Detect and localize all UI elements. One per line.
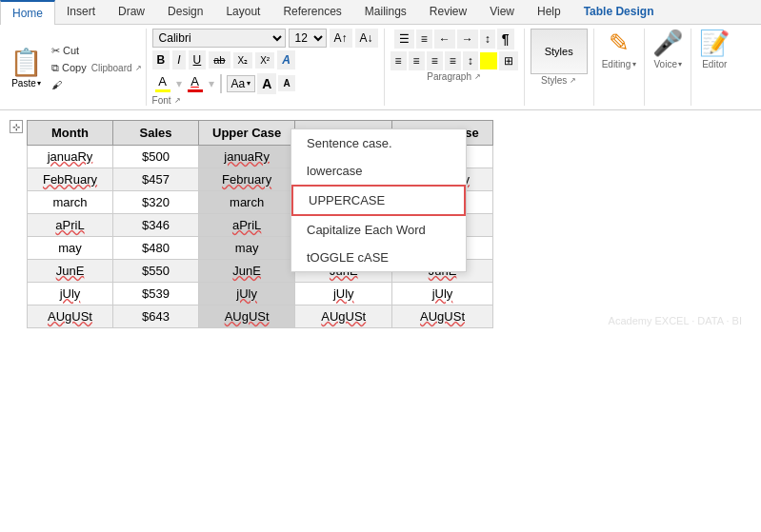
increase-font-button[interactable]: A↑ (330, 29, 352, 48)
table-row: AUgUSt (392, 305, 493, 328)
justify-button[interactable]: ≡ (445, 51, 461, 70)
font-name-select[interactable]: Calibri (152, 29, 286, 48)
table-row: JunE (199, 260, 295, 283)
table-row: jUly (392, 283, 493, 305)
shading-button[interactable] (480, 52, 497, 69)
tab-layout[interactable]: Layout (214, 0, 271, 24)
font-color-button[interactable]: A (185, 72, 206, 94)
editing-icon: ✎ (609, 29, 630, 58)
paste-button[interactable]: 📋 Paste▾ (6, 45, 47, 90)
copy-icon: ⧉ (51, 62, 59, 74)
table-move-handle[interactable]: ⊹ (10, 120, 23, 133)
table-row: may (28, 237, 113, 260)
table-row: $346 (113, 214, 199, 237)
sentence-case-option[interactable]: Sentence case. (291, 129, 466, 157)
italic-button[interactable]: I (172, 50, 185, 69)
align-left-button[interactable]: ≡ (391, 51, 407, 70)
editor-group: 📝 Editor (691, 29, 737, 106)
styles-launcher[interactable]: ↗ (570, 76, 576, 85)
paragraph-tools: ☰ ≡ ← → ↕ ¶ (394, 29, 514, 49)
numbering-button[interactable]: ≡ (416, 30, 432, 49)
align-center-button[interactable]: ≡ (409, 51, 425, 70)
tab-home[interactable]: Home (0, 0, 55, 25)
superscript-button[interactable]: X² (255, 52, 274, 69)
tab-design[interactable]: Design (156, 0, 214, 24)
border-button[interactable]: ⊞ (499, 51, 518, 70)
table-row: jUly (295, 283, 392, 305)
paragraph-launcher[interactable]: ↗ (474, 72, 481, 81)
cut-button[interactable]: ✂ Cut (49, 44, 90, 58)
decrease-font-button[interactable]: A↓ (355, 29, 378, 48)
tab-references[interactable]: References (271, 0, 352, 24)
change-case-button[interactable]: Aa▾ (227, 75, 256, 92)
shrink-text-button[interactable]: A (278, 75, 294, 91)
col-header-upper: Upper Case (199, 121, 295, 146)
align-right-button[interactable]: ≡ (427, 51, 443, 70)
ribbon: Home Insert Draw Design Layout Reference… (0, 0, 761, 110)
table-row: jUly (28, 283, 113, 305)
font-group: Calibri 12 A↑ A↓ B I U ab X₂ X² A A (147, 29, 385, 106)
table-row: januaRy (199, 146, 295, 168)
uppercase-option[interactable]: UPPERCASE (291, 185, 466, 216)
voice-label: Voice ▾ (654, 59, 682, 69)
font-color-bar (188, 89, 203, 92)
highlight-color-bar (155, 89, 170, 92)
editor-icon: 📝 (699, 29, 730, 58)
tab-draw[interactable]: Draw (107, 0, 156, 24)
table-row: AUgUSt (295, 305, 392, 328)
tab-help[interactable]: Help (526, 0, 572, 24)
editing-button[interactable]: ✎ (609, 29, 630, 58)
toggle-case-option[interactable]: tOGGLE cASE (291, 244, 466, 271)
dictate-button[interactable]: 🎤 (652, 29, 683, 58)
strikethrough-button[interactable]: ab (209, 51, 230, 69)
font-launcher[interactable]: ↗ (174, 96, 181, 105)
bullets-button[interactable]: ☰ (394, 30, 414, 49)
paragraph-group: ☰ ≡ ← → ↕ ¶ ≡ ≡ ≡ ≡ ↕ ⊞ Paragraph ↗ (385, 29, 525, 106)
lowercase-option[interactable]: lowercase (291, 157, 466, 185)
table-row: $320 (113, 191, 199, 214)
font-size-select[interactable]: 12 (289, 29, 327, 48)
grow-text-button[interactable]: A (257, 73, 276, 94)
bold-button[interactable]: B (152, 50, 170, 69)
line-spacing-button[interactable]: ↕ (463, 51, 478, 70)
indent-right-button[interactable]: → (457, 30, 478, 49)
tab-view[interactable]: View (478, 0, 526, 24)
styles-gallery[interactable]: Styles (531, 29, 588, 74)
font-label: Font ↗ (152, 95, 378, 106)
table-row: $480 (113, 237, 199, 260)
editing-group: ✎ Editing ▾ (594, 29, 646, 106)
copy-button[interactable]: ⧉ Copy (49, 61, 90, 75)
sort-button[interactable]: ↕ (480, 30, 495, 49)
tab-mailings[interactable]: Mailings (353, 0, 418, 24)
indent-left-button[interactable]: ← (434, 30, 455, 49)
clipboard-label: Clipboard ↗ (91, 63, 142, 73)
watermark: Academy EXCEL · DATA · BI (609, 315, 742, 326)
table-row: may (199, 237, 295, 260)
clipboard-launcher[interactable]: ↗ (135, 64, 142, 72)
tab-insert[interactable]: Insert (55, 0, 107, 24)
editor-button[interactable]: 📝 (699, 29, 730, 58)
text-effects-button[interactable]: A (277, 50, 295, 69)
tab-review[interactable]: Review (418, 0, 478, 24)
change-case-dropdown: Sentence case. lowercase UPPERCASE Capit… (290, 128, 467, 272)
paragraph-marks-button[interactable]: ¶ (497, 29, 514, 49)
highlight-icon: A (158, 74, 167, 89)
tab-table-design[interactable]: Table Design (572, 0, 666, 24)
microphone-icon: 🎤 (652, 29, 683, 58)
styles-label: Styles ↗ (541, 75, 576, 86)
format-painter-button[interactable]: 🖌 (49, 78, 90, 91)
table-row: march (28, 191, 113, 214)
font-name-row: Calibri 12 A↑ A↓ (152, 29, 378, 48)
capitalize-option[interactable]: Capitalize Each Word (291, 216, 466, 244)
table-row: $643 (113, 305, 199, 328)
format-painter-icon: 🖌 (51, 79, 62, 90)
subscript-button[interactable]: X₂ (233, 52, 253, 69)
table-row: aPriL (28, 214, 113, 237)
highlight-color-button[interactable]: A (152, 72, 173, 94)
font-color-icon: A (190, 74, 199, 89)
table-row: jUly (199, 283, 295, 305)
ribbon-tab-bar: Home Insert Draw Design Layout Reference… (0, 0, 761, 25)
underline-button[interactable]: U (189, 50, 207, 69)
alignment-tools: ≡ ≡ ≡ ≡ ↕ ⊞ (391, 51, 518, 70)
table-row: February (199, 168, 295, 191)
